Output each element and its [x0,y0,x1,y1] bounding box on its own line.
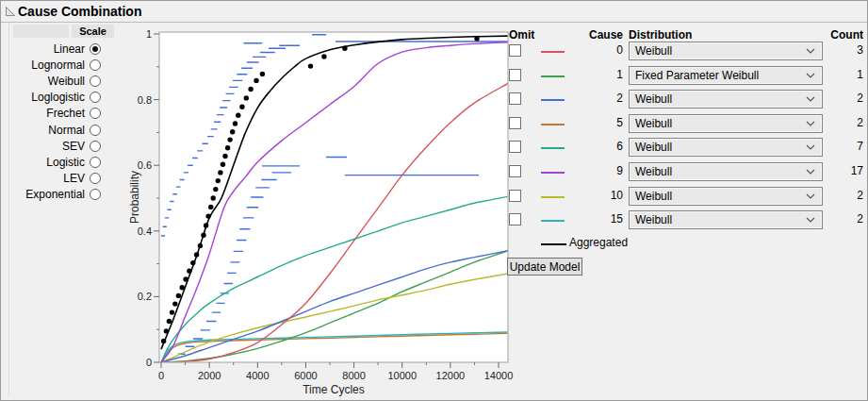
count-value: 2 [808,116,863,129]
cause-number: 6 [565,140,623,153]
cause-row-1: 1Fixed Parameter Weibull1 [1,66,868,87]
count-value: 1 [808,68,863,81]
cause-number: 2 [565,92,623,105]
distribution-select-cause-1[interactable]: Fixed Parameter Weibull [629,66,823,85]
outline-title-bar: Cause Combination [1,1,867,22]
cause-column-header: Cause [565,28,623,42]
aggregated-label: Aggregated [569,236,628,249]
svg-text:10000: 10000 [387,370,417,381]
distribution-selected-value: Weibull [630,213,806,226]
omit-checkbox-cause-10[interactable] [509,190,521,202]
cause-number: 1 [565,68,623,81]
cause-row-2: 2Weibull2 [1,90,868,110]
distribution-select-cause-0[interactable]: Weibull [629,42,823,60]
cause-number: 0 [565,43,623,57]
omit-checkbox-cause-9[interactable] [509,165,521,177]
svg-text:8000: 8000 [342,370,365,381]
distribution-select-cause-5[interactable]: Weibull [629,114,823,133]
update-model-button[interactable]: Update Model [507,258,582,276]
svg-text:6000: 6000 [294,370,317,381]
distribution-selected-value: Weibull [630,44,806,58]
cause-number: 9 [565,164,623,177]
series-color-swatch-cause-2 [541,99,565,101]
distribution-column-header: Distribution [629,28,692,42]
series-color-swatch-cause-15 [541,220,565,222]
disclosure-triangle-icon[interactable] [5,6,16,17]
title-separator [1,22,867,23]
scale-column-header: Scale [72,25,114,38]
count-value: 17 [808,164,863,177]
aggregated-row: Aggregated [1,234,868,255]
distribution-selected-value: Weibull [630,92,806,106]
cause-row-0: 0Weibull3 [1,42,868,62]
series-color-swatch-cause-0 [541,51,565,53]
distribution-select-cause-6[interactable]: Weibull [629,138,823,157]
count-value: 2 [808,189,863,202]
series-color-swatch-cause-1 [541,75,565,77]
distribution-selected-value: Fixed Parameter Weibull [630,69,806,82]
count-value: 2 [808,212,863,226]
cause-row-6: 6Weibull7 [1,138,868,159]
omit-checkbox-cause-0[interactable] [509,44,521,57]
omit-checkbox-cause-2[interactable] [509,92,521,105]
svg-text:4000: 4000 [246,370,269,381]
distribution-select-cause-9[interactable]: Weibull [629,162,823,181]
count-value: 3 [808,43,863,57]
omit-column-header: Omit [509,28,534,42]
omit-checkbox-cause-5[interactable] [509,117,521,129]
count-value: 2 [808,92,863,105]
x-axis-label: Time Cycles [303,383,365,396]
svg-text:0.2: 0.2 [138,291,152,302]
omit-checkbox-cause-15[interactable] [509,213,521,226]
series-color-swatch-cause-9 [541,172,565,174]
series-color-swatch-cause-10 [541,196,565,198]
svg-text:0: 0 [146,357,152,368]
series-color-swatch-cause-5 [541,124,565,125]
cause-number: 15 [565,212,623,226]
distribution-selected-value: Weibull [630,165,806,178]
omit-checkbox-cause-6[interactable] [509,141,521,153]
panel-title: Cause Combination [18,4,141,19]
cause-row-9: 9Weibull17 [1,162,868,183]
omit-checkbox-cause-1[interactable] [509,69,521,81]
count-value: 7 [808,140,863,153]
scale-header-spacer [13,25,69,38]
distribution-selected-value: Weibull [630,117,806,130]
svg-text:2000: 2000 [198,370,221,381]
aggregated-color-swatch [541,243,566,245]
count-column-header: Count [808,28,863,42]
cause-row-5: 5Weibull2 [1,114,868,135]
svg-text:14000: 14000 [484,370,514,381]
svg-text:0: 0 [158,370,164,381]
cause-row-15: 15Weibull2 [1,210,868,231]
svg-text:1: 1 [146,28,152,40]
series-color-swatch-cause-6 [541,147,565,149]
distribution-selected-value: Weibull [630,190,806,203]
cause-number: 10 [565,189,623,202]
svg-text:12000: 12000 [436,370,466,381]
cause-row-10: 10Weibull2 [1,187,868,208]
cause-combination-panel: Cause Combination Scale LinearLognormalW… [0,0,868,401]
distribution-select-cause-2[interactable]: Weibull [629,90,823,109]
distribution-select-cause-15[interactable]: Weibull [629,210,823,229]
distribution-select-cause-10[interactable]: Weibull [629,187,823,206]
cause-number: 5 [565,116,623,129]
distribution-selected-value: Weibull [630,141,806,154]
